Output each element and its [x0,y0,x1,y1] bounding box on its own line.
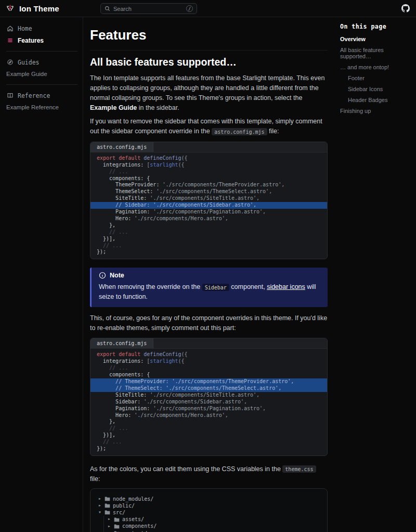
sidebar-item-example-reference[interactable]: Example Reference [6,102,77,113]
toc-link-all-basic-features-supported[interactable]: All basic features supported… [340,47,412,59]
code-line: Hero: './src/components/Hero.astro', [90,412,327,419]
github-link[interactable] [401,4,410,12]
page: Ion Theme Search / HomeFeaturesGuidesExa… [0,0,416,532]
file-tree-dir-public[interactable]: ▶public/ [99,502,319,509]
search-icon [105,6,110,11]
sidebar-divider [6,51,77,52]
code-line: // ... [90,229,327,236]
sidebar-item-guides: Guides [6,56,77,68]
file-tree-dir-node-modules[interactable]: ▶node_modules/ [99,495,319,502]
code-line: components: { [90,175,327,182]
folder-icon [105,503,113,508]
example-guide-emphasis: Example Guide [90,104,137,111]
code-line: integrations: [starlight({ [90,358,327,365]
code-body: export default defineConfig({ integratio… [90,153,327,259]
sidebar-item-home[interactable]: Home [6,22,77,34]
chevron-right-icon: ▶ [108,517,114,521]
ion-logo-icon [5,4,15,14]
toc-link-overview[interactable]: Overview [340,36,412,42]
code-line: // ... [90,243,327,249]
code-line: Sidebar: './src/components/Sidebar.astro… [90,399,327,406]
code-line: export default defineConfig({ [90,351,327,358]
code-line: })], [90,236,327,243]
indent-guide [99,523,108,529]
code-line: }); [90,249,327,256]
code-line: export default defineConfig({ [90,155,327,162]
file-tree-dir-content[interactable]: ▶content/ [99,529,319,532]
inline-code-theme-css: theme.css [282,465,316,473]
chevron-right-icon: ▶ [99,497,105,501]
slash-shortcut-icon: / [186,5,193,12]
intro-paragraph: The Ion template supports all features f… [90,73,328,112]
search-placeholder: Search [113,6,132,12]
code-tab-filename: astro.config.mjs [90,338,153,348]
guides-icon [6,59,14,66]
note-text: When removing the override on the Sideba… [99,282,320,302]
toc-list: OverviewAll basic features supported…… a… [340,36,412,114]
indent-guide [99,529,108,532]
chevron-right-icon: ▶ [108,525,114,528]
code-line: Pagination: './src/components/Pagination… [90,209,327,216]
code-block-theme-override: astro.config.mjsexport default defineCon… [90,338,328,456]
code-line: // ... [90,425,327,432]
section-divider [90,50,328,50]
site-title: Ion Theme [19,4,59,13]
code-line-highlighted: // Sidebar: './src/components/Sidebar.as… [90,202,327,209]
code-line: }, [90,222,327,229]
folder-icon [105,496,113,501]
github-icon [401,5,410,14]
file-tree-dir-components[interactable]: ▶components/ [99,523,319,529]
file-tree-dir-src[interactable]: ▼src/ [99,509,319,516]
note-callout: Note When removing the override on the S… [90,268,328,307]
code-line: integrations: [starlight({ [90,162,327,169]
code-line: }, [90,419,327,425]
code-line-highlighted: // ThemeProvider: './src/components/Them… [90,378,327,385]
code-line: // ... [90,169,327,175]
code-line: components: { [90,372,327,378]
code-line: // ... [90,365,327,372]
info-icon [99,272,106,279]
sidebar-icons-link[interactable]: sidebar icons [267,283,305,290]
toc-link-header-badges[interactable]: Header Badges [340,97,412,103]
toc-link-footer[interactable]: Footer [340,75,412,81]
code-line: }); [90,446,327,452]
site-logo-link[interactable]: Ion Theme [0,4,59,14]
sidebar-item-example-guide[interactable]: Example Guide [6,68,77,80]
code-line: Hero: './src/components/Hero.astro', [90,216,327,222]
code-line-highlighted: // ThemeSelect: './src/components/ThemeS… [90,385,327,392]
inline-code-sidebar: Sidebar [202,284,229,291]
folder-icon [114,524,122,529]
chevron-right-icon: ▶ [99,504,105,508]
code-line: ThemeSelect: './src/components/ThemeSele… [90,188,327,195]
inline-code-astro-config: astro.config.mjs [212,128,267,135]
code-line: Pagination: './src/components/Pagination… [90,406,327,412]
sidebar-item-reference: Reference [6,90,77,102]
indent-guide [99,516,108,523]
sidebar-divider [6,84,77,85]
folder-icon [114,517,122,522]
sidebar-nav: HomeFeaturesGuidesExample GuideReference… [0,17,83,532]
file-tree: ▶node_modules/▶public/▼src/▶assets/▶comp… [90,488,328,532]
toc-link-finishing-up[interactable]: Finishing up [340,108,412,114]
code-line: // ... [90,439,327,446]
code-line: SiteTitle: './src/components/SiteTitle.a… [90,392,327,399]
search-input[interactable]: Search / [100,3,197,14]
sidebar-item-features[interactable]: Features [6,34,77,46]
code-line: })], [90,432,327,439]
reference-icon [6,92,14,99]
header: Ion Theme Search / [0,0,416,17]
on-this-page-panel: On this page OverviewAll basic features … [337,17,416,532]
code-frame-titlebar: astro.config.mjs [90,338,327,349]
home-icon [6,25,14,32]
file-tree-dir-assets[interactable]: ▶assets/ [99,516,319,523]
code-block-sidebar-override: astro.config.mjsexport default defineCon… [90,142,328,260]
chevron-down-icon: ▼ [99,511,105,514]
toc-link-sidebar-icons[interactable]: Sidebar Icons [340,86,412,92]
colors-paragraph: As for the colors, you can edit them usi… [90,464,328,484]
code-line: ThemeProvider: './src/components/ThemePr… [90,182,327,188]
code-line: SiteTitle: './src/components/SiteTitle.a… [90,195,327,202]
toc-link-and-more-ontop[interactable]: … and more ontop! [340,64,412,70]
code-body: export default defineConfig({ integratio… [90,349,327,455]
main-content: Features All basic features supported… T… [84,17,337,532]
toc-title: On this page [340,23,412,30]
